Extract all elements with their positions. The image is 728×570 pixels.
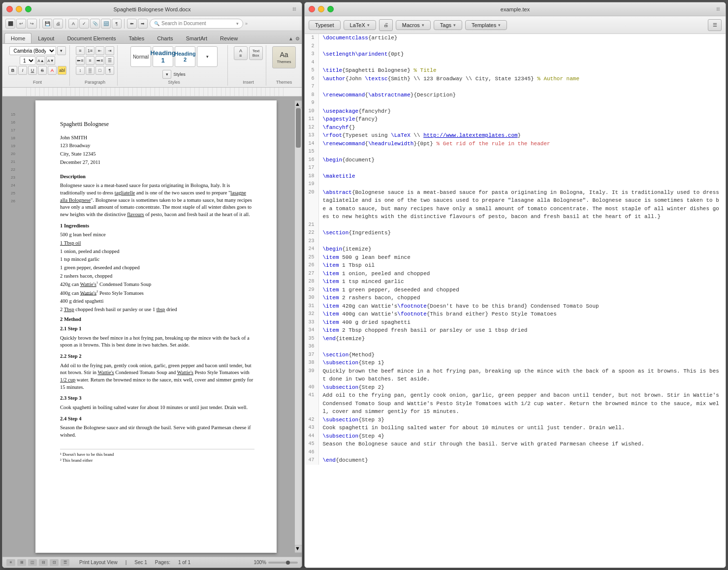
toolbar-icon-3[interactable]: ↪ <box>27 19 37 29</box>
latex-zoom-button[interactable] <box>327 6 334 12</box>
line-code-30[interactable]: \item 2 rashers bacon, chopped <box>318 294 726 302</box>
line-code-24[interactable]: \begin{itemize} <box>318 245 726 253</box>
align-right-btn[interactable]: ➡≡ <box>95 56 104 65</box>
toolbar-icon-1[interactable]: ⬛ <box>5 19 15 29</box>
style-heading1[interactable]: Heading 1 <box>153 46 173 67</box>
italic-button[interactable]: I <box>18 66 27 75</box>
show-formatting-btn[interactable]: ¶ <box>105 66 114 75</box>
line-code-4[interactable] <box>318 59 726 67</box>
line-code-18[interactable]: \maketitle <box>318 172 726 181</box>
style-normal[interactable]: Normal <box>130 46 151 67</box>
bullet-list-btn[interactable]: ≡ <box>76 46 85 55</box>
scroll-up-btn[interactable]: ▲ <box>295 101 302 108</box>
line-code-26[interactable]: \item 1 Tbsp oil <box>318 261 726 270</box>
toolbar-icon-11[interactable]: ⬅ <box>127 19 137 29</box>
zoom-button[interactable] <box>25 6 32 12</box>
line-code-21[interactable] <box>318 221 726 229</box>
line-code-39[interactable]: Quickly brown the beef mince in a hot fr… <box>318 367 726 383</box>
latex-minimize-button[interactable] <box>318 6 324 12</box>
toolbar-icon-6[interactable]: A <box>68 19 78 29</box>
line-code-37[interactable]: \section{Method} <box>318 351 726 359</box>
line-code-32[interactable]: \item 400g can Wattie's\footnote{This br… <box>318 310 726 318</box>
toolbar-icon-9[interactable]: 🔠 <box>101 19 111 29</box>
line-code-16[interactable]: \begin{document} <box>318 156 726 164</box>
doc-page[interactable]: Spaghetti Bolognese John SMITH 123 Broad… <box>35 100 277 553</box>
line-code-12[interactable]: \fancyhf{} <box>318 124 726 132</box>
line-code-36[interactable] <box>318 343 726 351</box>
statusbar-icon-3[interactable]: ◫ <box>28 559 37 566</box>
line-code-33[interactable]: \item 400 g dried spaghetti <box>318 318 726 327</box>
style-heading2[interactable]: Heading 2 <box>175 46 195 67</box>
tab-layout[interactable]: Layout <box>32 33 61 43</box>
toolbar-icon-8[interactable]: 📎 <box>90 19 100 29</box>
line-code-42[interactable]: \subsection{Step 3} <box>318 416 726 424</box>
minimize-button[interactable] <box>16 6 22 12</box>
underline-button[interactable]: U <box>28 66 37 75</box>
templates-button[interactable]: Templates ▾ <box>465 20 507 30</box>
line-code-25[interactable]: \item 500 g lean beef mince <box>318 253 726 262</box>
toolbar-icon-7[interactable]: ✓ <box>79 19 89 29</box>
statusbar-icon-5[interactable]: ⊡ <box>50 559 59 566</box>
tab-charts[interactable]: Charts <box>151 33 179 43</box>
close-button[interactable] <box>6 6 13 12</box>
shading-btn[interactable]: ▒ <box>86 66 95 75</box>
line-code-20[interactable]: \abstract{Bolognese sauce is a meat-base… <box>318 189 726 221</box>
font-name-select[interactable]: Cambria (Body) <box>9 46 56 55</box>
strikethrough-button[interactable]: S <box>38 66 47 75</box>
zoom-track[interactable] <box>268 562 298 564</box>
line-code-9[interactable] <box>318 99 726 107</box>
ribbon-gear-icon[interactable]: ⚙ <box>295 36 300 41</box>
toolbar-icon-12[interactable]: ➡ <box>138 19 148 29</box>
word-search-box[interactable]: 🔍 ▾ <box>150 19 243 29</box>
line-code-22[interactable]: \section{Ingredients} <box>318 229 726 237</box>
toolbar-icon-2[interactable]: ↩ <box>16 19 26 29</box>
indent-btn[interactable]: ⇥ <box>105 46 114 55</box>
macros-button[interactable]: Macros ▾ <box>396 20 431 30</box>
line-code-2[interactable] <box>318 42 726 51</box>
toolbar-icon-10[interactable]: ¶ <box>112 19 122 29</box>
line-code-23[interactable] <box>318 237 726 246</box>
scroll-thumb[interactable] <box>296 108 301 148</box>
line-code-47[interactable]: \end{document} <box>318 456 726 465</box>
line-code-40[interactable]: \subsection{Step 2} <box>318 383 726 392</box>
toolbar-icon-4[interactable]: 💾 <box>42 19 52 29</box>
latex-editor[interactable]: 1\documentclass{article}2 3\setlength\pa… <box>305 34 726 568</box>
line-code-7[interactable] <box>318 83 726 91</box>
numbered-list-btn[interactable]: 1≡ <box>86 46 95 55</box>
line-code-8[interactable]: \renewcommand{\abstractname}{Description… <box>318 91 726 99</box>
latex-close-button[interactable] <box>309 6 315 12</box>
print-button[interactable]: 🖨 <box>379 19 393 31</box>
line-code-14[interactable]: \renewcommand{\headrulewidth}{0pt} % Get… <box>318 140 726 148</box>
align-left-btn[interactable]: ⬅≡ <box>76 56 85 65</box>
line-code-27[interactable]: \item 1 onion, peeled and chopped <box>318 270 726 278</box>
line-code-29[interactable]: \item 1 green pepper, deseeded and chopp… <box>318 286 726 294</box>
border-btn[interactable]: □ <box>95 66 104 75</box>
line-code-3[interactable]: \setlength\parindent{0pt} <box>318 50 726 59</box>
font-name-dropdown-btn[interactable]: ▾ <box>57 46 66 55</box>
themes-btn[interactable]: Aa Themes <box>272 46 296 68</box>
line-code-41[interactable]: Add oil to the frying pan, gently cook o… <box>318 391 726 416</box>
line-code-44[interactable]: \subsection{Step 4} <box>318 432 726 441</box>
line-code-31[interactable]: \item 420g can Wattie's\footnote{Doesn't… <box>318 302 726 311</box>
line-code-15[interactable] <box>318 148 726 156</box>
align-center-btn[interactable]: ≡ <box>86 56 95 65</box>
line-code-46[interactable] <box>318 448 726 457</box>
insert-styles-btn[interactable]: A≡ <box>234 46 248 60</box>
font-color-btn[interactable]: A <box>48 66 57 75</box>
latex-collapse-icon[interactable]: ⌗ <box>715 6 722 13</box>
tab-tables[interactable]: Tables <box>122 33 151 43</box>
line-code-10[interactable]: \usepackage{fancyhdr} <box>318 107 726 116</box>
tab-home[interactable]: Home <box>4 33 32 43</box>
justify-btn[interactable]: ☰ <box>105 56 114 65</box>
style-more[interactable]: ▾ <box>197 46 218 67</box>
styles-dropdown-btn[interactable]: ▾ <box>162 70 171 79</box>
line-code-28[interactable]: \item 1 tsp minced garlic <box>318 278 726 286</box>
search-input[interactable] <box>161 21 236 26</box>
outdent-btn[interactable]: ⇤ <box>95 46 104 55</box>
line-code-43[interactable]: Cook spaghetti in boiling salted water f… <box>318 424 726 432</box>
line-spacing-btn[interactable]: ↕ <box>76 66 85 75</box>
statusbar-icon-4[interactable]: ⊟ <box>39 559 48 566</box>
line-code-5[interactable]: \title{Spaghetti Bolognese} % Title <box>318 66 726 75</box>
zoom-thumb[interactable] <box>286 561 290 565</box>
ribbon-expand-icon[interactable]: ▲ <box>288 36 293 41</box>
